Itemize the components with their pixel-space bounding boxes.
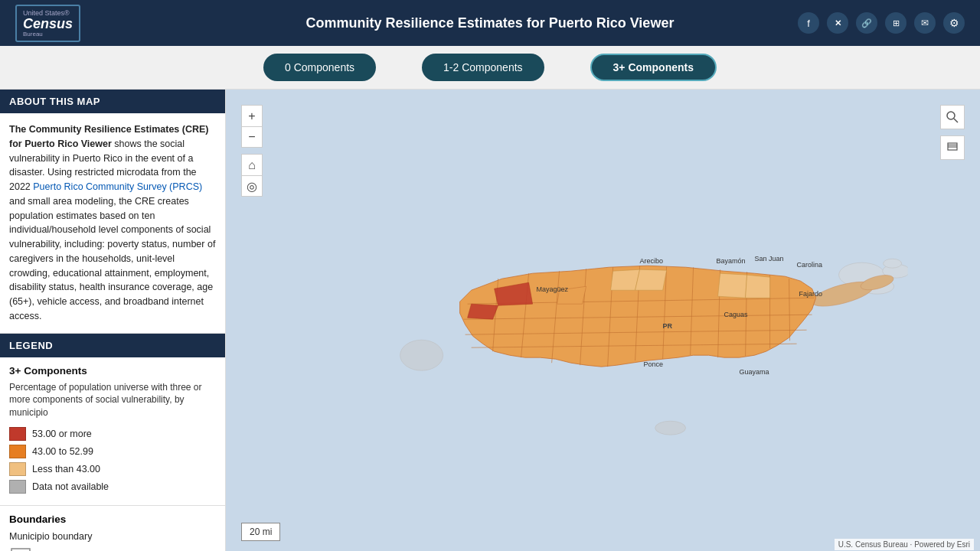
tab-0-components[interactable]: 0 Components [263, 54, 376, 81]
facebook-icon[interactable]: f [798, 12, 819, 34]
search-icon [946, 111, 959, 123]
boundaries-section: Boundaries Municipio boundary [0, 506, 225, 551]
legend-description: Percentage of population universe with t… [9, 381, 216, 419]
layers-icon [946, 142, 959, 154]
map-area[interactable]: + − ⌂ ◎ [226, 90, 980, 551]
page-title: Community Resilience Estimates for Puert… [306, 15, 675, 31]
puerto-rico-map[interactable]: Mayagüez Arecibo Bayamón San Juan Caroli… [371, 191, 923, 466]
legend-swatch-na [9, 480, 26, 494]
svg-point-10 [400, 340, 443, 370]
boundary-item-municipio: Municipio boundary [9, 531, 216, 542]
tab-3plus-components[interactable]: 3+ Components [590, 54, 717, 81]
legend-label-high: 53.00 or more [32, 429, 92, 439]
legend-label-mid: 43.00 to 52.99 [32, 446, 93, 457]
prcs-link[interactable]: Puerto Rico Community Survey (PRCS) [33, 181, 202, 192]
legend-item-high: 53.00 or more [9, 427, 216, 441]
legend-header: LEGEND [0, 334, 225, 357]
legend-item-na: Data not available [9, 480, 216, 494]
svg-text:San Juan: San Juan [754, 255, 783, 262]
legend-swatch-mid [9, 445, 26, 458]
map-layers-button[interactable] [940, 135, 965, 160]
boundary-icon [9, 546, 32, 551]
qr-icon[interactable]: ⊞ [885, 12, 906, 34]
svg-point-1 [947, 112, 955, 119]
social-icons-group: f ✕ 🔗 ⊞ ✉ ⚙ [798, 12, 965, 34]
location-button[interactable]: ◎ [241, 175, 263, 197]
legend-item-mid: 43.00 to 52.99 [9, 445, 216, 458]
logo-us-text: United States® [23, 9, 73, 17]
legend-label-low: Less than 43.00 [32, 464, 100, 474]
sidebar: ABOUT THIS MAP The Community Resilience … [0, 90, 226, 551]
twitter-x-icon[interactable]: ✕ [827, 12, 848, 34]
map-attribution: U.S. Census Bureau · Powered by Esri [835, 539, 974, 550]
legend-label-na: Data not available [32, 481, 109, 492]
svg-text:Fajardo: Fajardo [799, 290, 822, 298]
legend-section: 3+ Components Percentage of population u… [0, 357, 225, 505]
search-button[interactable] [940, 105, 965, 129]
tab-bar: 0 Components 1-2 Components 3+ Component… [0, 46, 980, 90]
svg-text:Caguas: Caguas [724, 311, 748, 318]
home-button[interactable]: ⌂ [241, 154, 263, 175]
scale-bar: 20 mi [241, 523, 280, 541]
about-content: The Community Resilience Estimates (CRE)… [0, 113, 225, 333]
svg-text:Ponce: Ponce [643, 360, 663, 368]
legend-item-low: Less than 43.00 [9, 462, 216, 476]
email-icon[interactable]: ✉ [914, 12, 936, 34]
share-link-icon[interactable]: 🔗 [856, 12, 877, 34]
about-header: ABOUT THIS MAP [0, 90, 225, 113]
census-logo: United States® Census Bureau [15, 5, 80, 42]
svg-point-9 [883, 259, 901, 268]
map-controls: + − ⌂ ◎ [241, 105, 263, 197]
legend-swatch-high [9, 427, 26, 441]
legend-title: 3+ Components [9, 365, 216, 377]
settings-icon[interactable]: ⚙ [943, 12, 965, 34]
main-content: ABOUT THIS MAP The Community Resilience … [0, 90, 980, 551]
header: United States® Census Bureau Community R… [0, 0, 980, 46]
pr-map-svg: Mayagüez Arecibo Bayamón San Juan Caroli… [371, 191, 907, 458]
logo-census-text: Census [23, 17, 73, 31]
svg-text:Guayama: Guayama [739, 368, 769, 376]
tab-1-2-components[interactable]: 1-2 Components [422, 54, 544, 81]
logo-area: United States® Census Bureau [15, 5, 80, 42]
svg-line-2 [954, 119, 958, 122]
svg-point-11 [655, 421, 685, 435]
svg-text:Carolina: Carolina [796, 261, 822, 269]
zoom-in-button[interactable]: + [241, 105, 263, 126]
legend-swatch-low [9, 462, 26, 476]
about-paragraph: The Community Resilience Estimates (CRE)… [9, 122, 216, 324]
svg-text:PR: PR [662, 322, 672, 330]
zoom-out-button[interactable]: − [241, 126, 263, 148]
svg-text:Mayagüez: Mayagüez [536, 285, 568, 293]
svg-text:Arecibo: Arecibo [639, 257, 663, 265]
boundaries-title: Boundaries [9, 514, 216, 525]
logo-bureau-text: Bureau [23, 31, 73, 37]
svg-text:Bayamón: Bayamón [716, 257, 745, 265]
